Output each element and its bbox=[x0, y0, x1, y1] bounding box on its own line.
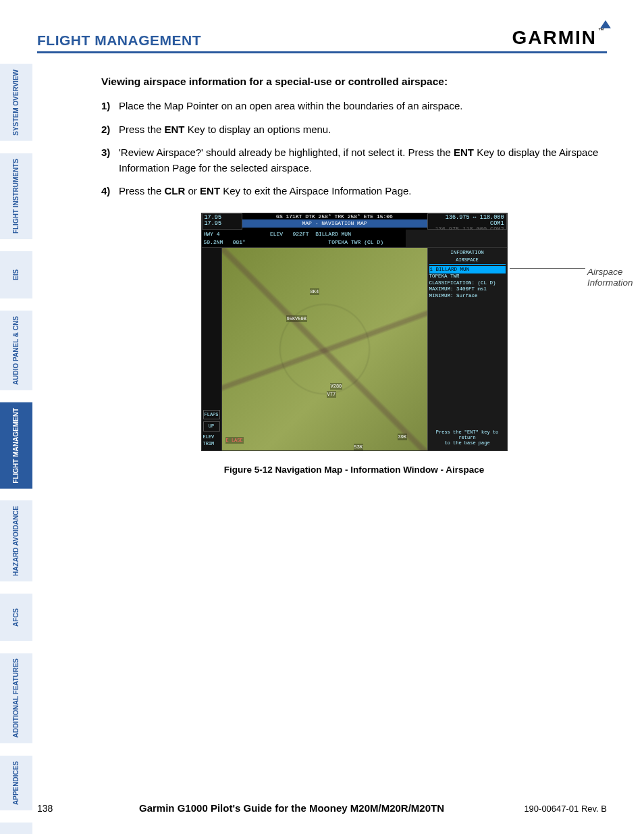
top-status: GS 171KT DTK 258° TRK 258° ETE 15:06 MAP… bbox=[242, 213, 427, 230]
mfd-top-bar: 17.95 17.95 GS 171KT DTK 258° TRK 258° E… bbox=[202, 213, 507, 230]
map-wpt-elase: E LASE bbox=[225, 437, 244, 444]
navigation-map: 8K4 65KV50B V280 V77 39K 53K E LASE bbox=[222, 248, 427, 450]
side-tab-strip: SYSTEM OVERVIEW FLIGHT INSTRUMENTS EIS A… bbox=[0, 64, 32, 834]
info-header bbox=[406, 230, 507, 247]
callout-leader bbox=[510, 268, 585, 269]
wpt-id-dist: HWY 4 50.2NM 081° bbox=[202, 230, 242, 247]
tab-eis[interactable]: EIS bbox=[0, 251, 32, 298]
page-number: 138 bbox=[37, 803, 105, 814]
figure: 17.95 17.95 GS 171KT DTK 258° TRK 258° E… bbox=[101, 213, 607, 451]
engine-gauge-strip: FLAPS UP ELEV TRIM bbox=[202, 248, 222, 450]
info-line-2: CLASSIFICATION: (CL D) bbox=[429, 280, 506, 287]
info-line-1: TOPEKA TWR bbox=[429, 273, 506, 280]
step-text: Press the CLR or ENT Key to exit the Air… bbox=[119, 184, 607, 199]
footer-revision: 190-00647-01 Rev. B bbox=[479, 804, 607, 814]
info-title: INFORMATION bbox=[429, 249, 506, 257]
nav-freq-box: 17.95 17.95 bbox=[202, 213, 242, 230]
step-text: 'Review Airspace?' should already be hig… bbox=[119, 145, 607, 176]
main-content: Viewing airspace information for a speci… bbox=[101, 74, 607, 477]
info-footer: Press the "ENT" key to return to the bas… bbox=[429, 427, 506, 449]
step-number: 1) bbox=[101, 99, 119, 114]
section-title: FLIGHT MANAGEMENT bbox=[37, 32, 201, 49]
tab-afcs[interactable]: AFCS bbox=[0, 594, 32, 641]
mfd-body: FLAPS UP ELEV TRIM 8K4 65KV50B V280 V77 … bbox=[202, 248, 507, 450]
tab-index[interactable]: INDEX bbox=[0, 823, 32, 834]
step-text: Press the ENT Key to display an options … bbox=[119, 122, 607, 138]
clr-key: CLR bbox=[165, 185, 186, 197]
map-wpt-39k: 39K bbox=[398, 434, 408, 441]
status-readouts: GS 171KT DTK 258° TRK 258° ETE 15:06 bbox=[242, 213, 427, 220]
flaps-value: UP bbox=[203, 421, 220, 432]
flaps-label: FLAPS bbox=[203, 410, 220, 420]
step-3: 3) 'Review Airspace?' should already be … bbox=[101, 145, 607, 176]
step-text: Place the Map Pointer on an open area wi… bbox=[119, 99, 607, 114]
wpt-elev-name: ELEV 922FT BILLARD MUN TOPEKA TWR (CL D) bbox=[242, 230, 406, 247]
nav2-freq: 17.95 bbox=[205, 221, 240, 227]
tab-flight-instruments[interactable]: FLIGHT INSTRUMENTS bbox=[0, 153, 32, 239]
map-wpt-8k4: 8K4 bbox=[310, 288, 320, 296]
tab-hazard-avoidance[interactable]: HAZARD AVOIDANCE bbox=[0, 500, 32, 581]
page-title-bar: MAP - NAVIGATION MAP bbox=[242, 219, 427, 228]
trademark: ™ bbox=[598, 27, 604, 34]
step-number: 3) bbox=[101, 145, 119, 176]
map-wpt-53k: 53K bbox=[354, 444, 364, 450]
tab-appendices[interactable]: APPENDICES bbox=[0, 756, 32, 810]
tab-additional-features[interactable]: ADDITIONAL FEATURES bbox=[0, 653, 32, 743]
brand-text: GARMIN bbox=[512, 27, 597, 48]
callout-label: Airspace Information bbox=[587, 267, 644, 288]
step-1: 1) Place the Map Pointer on an open area… bbox=[101, 99, 607, 114]
tab-audio-panel-cns[interactable]: AUDIO PANEL & CNS bbox=[0, 311, 32, 390]
com-freq-box: 136.975 ↔ 118.000 COM1 136.975 118.000 C… bbox=[427, 213, 507, 230]
info-line-4: MINIMUM: Surface bbox=[429, 293, 506, 300]
step-2: 2) Press the ENT Key to display an optio… bbox=[101, 122, 607, 138]
step-4: 4) Press the CLR or ENT Key to exit the … bbox=[101, 184, 607, 199]
map-wpt-v280: V280 bbox=[330, 383, 343, 390]
airspace-info-panel: INFORMATION AIRSPACE 1 BILLARD MUN TOPEK… bbox=[427, 248, 507, 450]
waypoint-row: HWY 4 50.2NM 081° ELEV 922FT BILLARD MUN… bbox=[202, 230, 507, 248]
info-highlight: 1 BILLARD MUN bbox=[429, 266, 506, 273]
ent-key: ENT bbox=[165, 124, 185, 135]
ent-key: ENT bbox=[200, 185, 220, 197]
tab-system-overview[interactable]: SYSTEM OVERVIEW bbox=[0, 64, 32, 141]
info-subtitle: AIRSPACE bbox=[429, 257, 506, 265]
info-line-3: MAXIMUM: 3400FT msl bbox=[429, 286, 506, 293]
page-header: FLIGHT MANAGEMENT GARMIN™ bbox=[37, 27, 607, 53]
step-number: 2) bbox=[101, 122, 119, 138]
figure-caption: Figure 5-12 Navigation Map - Information… bbox=[101, 463, 607, 477]
trim-label: ELEV TRIM bbox=[203, 434, 220, 448]
brand-logo: GARMIN™ bbox=[512, 27, 607, 49]
mfd-screenshot: 17.95 17.95 GS 171KT DTK 258° TRK 258° E… bbox=[201, 213, 508, 451]
ent-key: ENT bbox=[454, 147, 474, 158]
step-number: 4) bbox=[101, 184, 119, 199]
footer-title: Garmin G1000 Pilot's Guide for the Moone… bbox=[105, 802, 479, 814]
tab-flight-management[interactable]: FLIGHT MANAGEMENT bbox=[0, 402, 32, 489]
page-footer: 138 Garmin G1000 Pilot's Guide for the M… bbox=[37, 802, 607, 814]
map-wpt-v77: V77 bbox=[327, 391, 337, 398]
com1-row: 136.975 ↔ 118.000 COM1 bbox=[430, 215, 504, 228]
procedure-heading: Viewing airspace information for a speci… bbox=[101, 74, 607, 89]
map-wpt-65kv50b: 65KV50B bbox=[286, 315, 307, 323]
procedure-steps: 1) Place the Map Pointer on an open area… bbox=[101, 99, 607, 199]
